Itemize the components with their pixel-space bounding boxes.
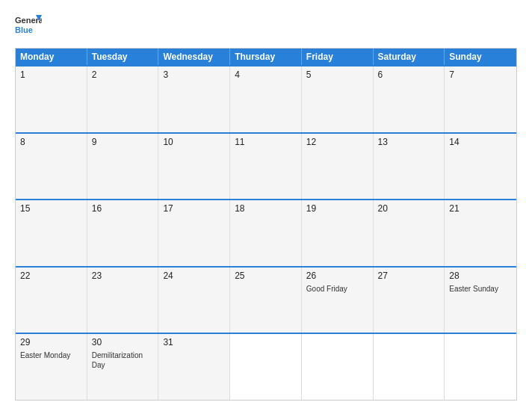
calendar: MondayTuesdayWednesdayThursdayFridaySatu… [15,48,517,401]
calendar-header-cell: Wednesday [158,49,230,65]
calendar-cell: 14 [445,134,516,200]
calendar-cell: 9 [87,134,159,200]
day-number: 28 [449,271,512,281]
calendar-cell: 23 [87,268,159,333]
calendar-week: 891011121314 [16,132,516,200]
day-number: 27 [378,271,440,281]
day-number: 2 [92,69,154,80]
day-number: 29 [20,337,82,347]
day-number: 20 [378,203,440,214]
calendar-cell: 28Easter Sunday [445,268,516,333]
calendar-cell: 18 [230,200,302,266]
calendar-cell [230,334,302,400]
calendar-cell [302,334,374,400]
calendar-body: 1234567891011121314151617181920212223242… [16,65,516,400]
calendar-week: 15161718192021 [16,199,516,266]
calendar-week: 29Easter Monday30Demilitarization Day31 [16,333,516,400]
calendar-cell: 26Good Friday [302,268,374,333]
calendar-page: General Blue MondayTuesdayWednesdayThurs… [0,0,532,411]
day-number: 5 [306,69,368,80]
calendar-cell: 30Demilitarization Day [87,334,159,400]
day-number: 13 [378,137,440,147]
calendar-cell: 11 [230,134,302,200]
day-number: 25 [235,271,297,281]
calendar-cell: 1 [16,67,87,132]
day-number: 1 [20,69,82,80]
calendar-cell: 24 [158,268,230,333]
calendar-header-cell: Thursday [230,49,302,65]
day-number: 21 [449,203,512,214]
calendar-cell: 12 [302,134,374,200]
day-number: 8 [20,137,82,147]
calendar-cell: 17 [158,200,230,266]
calendar-cell: 7 [445,67,516,132]
logo-icon: General Blue [15,13,42,39]
calendar-cell: 13 [374,134,445,200]
day-number: 11 [235,137,297,147]
calendar-header-row: MondayTuesdayWednesdayThursdayFridaySatu… [16,49,516,65]
calendar-cell: 31 [158,334,230,400]
calendar-header-cell: Monday [16,49,87,65]
day-number: 15 [20,203,82,214]
calendar-cell: 29Easter Monday [16,334,87,400]
calendar-cell [374,334,445,400]
calendar-header-cell: Friday [302,49,374,65]
day-event: Easter Sunday [449,284,512,294]
day-number: 22 [20,271,82,281]
calendar-week: 2223242526Good Friday2728Easter Sunday [16,266,516,333]
day-number: 17 [163,203,225,214]
calendar-header-cell: Sunday [445,49,516,65]
day-number: 26 [306,271,368,281]
calendar-cell: 16 [87,200,159,266]
calendar-cell: 5 [302,67,374,132]
calendar-cell: 27 [374,268,445,333]
calendar-cell: 2 [87,67,159,132]
calendar-cell: 8 [16,134,87,200]
day-number: 31 [163,337,225,347]
day-number: 30 [92,337,154,347]
day-number: 14 [449,137,512,147]
day-number: 24 [163,271,225,281]
day-event: Demilitarization Day [92,350,154,370]
day-event: Good Friday [306,284,368,294]
calendar-cell: 19 [302,200,374,266]
calendar-cell: 15 [16,200,87,266]
day-number: 4 [235,69,297,80]
svg-text:Blue: Blue [15,25,33,34]
calendar-cell: 6 [374,67,445,132]
day-number: 16 [92,203,154,214]
calendar-header-cell: Saturday [374,49,445,65]
calendar-cell: 20 [374,200,445,266]
day-event: Easter Monday [20,350,82,360]
day-number: 23 [92,271,154,281]
calendar-cell [445,334,516,400]
day-number: 6 [378,69,440,80]
day-number: 7 [449,69,512,80]
calendar-cell: 4 [230,67,302,132]
day-number: 19 [306,203,368,214]
header: General Blue [15,13,517,39]
calendar-cell: 3 [158,67,230,132]
calendar-week: 1234567 [16,65,516,132]
day-number: 12 [306,137,368,147]
calendar-cell: 22 [16,268,87,333]
day-number: 10 [163,137,225,147]
calendar-cell: 21 [445,200,516,266]
calendar-header-cell: Tuesday [87,49,159,65]
day-number: 9 [92,137,154,147]
day-number: 3 [163,69,225,80]
day-number: 18 [235,203,297,214]
logo: General Blue [15,13,42,39]
calendar-cell: 10 [158,134,230,200]
calendar-cell: 25 [230,268,302,333]
